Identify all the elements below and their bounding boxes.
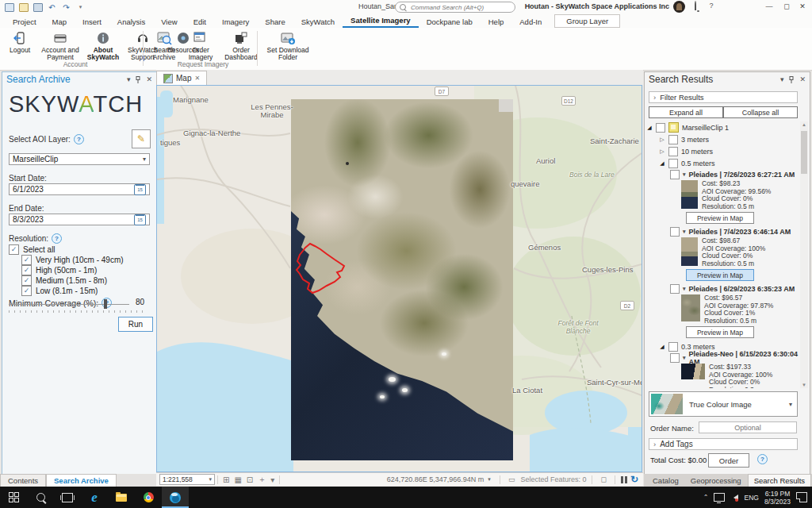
language-indicator[interactable]: ENG (744, 494, 758, 502)
coverage-slider-handle[interactable] (104, 299, 107, 309)
tab-edit[interactable]: Edit (186, 16, 214, 28)
checkbox-icon[interactable]: ✓ (21, 265, 32, 275)
snapping-tool-icon[interactable]: ⊡ (247, 475, 253, 484)
checkbox-very-high[interactable]: ✓ Very High (10cm - 49cm) (21, 255, 124, 265)
save-project-icon[interactable] (33, 2, 43, 13)
chrome-button[interactable] (135, 487, 162, 508)
tab-contents[interactable]: Contents (0, 474, 46, 487)
expanded-icon[interactable]: ◢ (646, 125, 653, 131)
result-thumbnail[interactable] (681, 294, 700, 321)
checkbox-icon[interactable] (668, 135, 678, 144)
checkbox-icon[interactable] (670, 353, 680, 363)
scrollbar-thumb[interactable] (801, 131, 807, 174)
checkbox-icon[interactable] (670, 170, 680, 179)
checkbox-icon[interactable] (656, 123, 665, 133)
result-item-header[interactable]: ▾ Pleiades | 7/4/2023 6:46:14 AM (670, 226, 799, 237)
tab-catalog[interactable]: Catalog (647, 475, 684, 487)
tab-project[interactable]: Project (5, 16, 44, 28)
map-view-tab[interactable]: Map ✕ (156, 71, 207, 85)
search-archive-button[interactable]: Search Archive (147, 30, 181, 61)
tree-group-10m[interactable]: ▷ 10 meters (659, 145, 799, 157)
calendar-icon[interactable]: 15 (134, 184, 146, 195)
scroll-down-icon[interactable]: ▼ (800, 383, 808, 387)
checkbox-high[interactable]: ✓ High (50cm - 1m) (21, 265, 97, 275)
network-display-icon[interactable] (714, 493, 725, 502)
tab-imagery[interactable]: Imagery (214, 16, 257, 28)
tab-satellite-imagery[interactable]: Satellite Imagery (343, 14, 419, 28)
result-item-header[interactable]: ▾ Pleiades | 7/26/2023 6:27:21 AM (670, 169, 799, 179)
checkbox-icon[interactable] (668, 159, 678, 168)
tab-skywatch[interactable]: SkyWatch (293, 16, 343, 28)
expand-all-button[interactable]: Expand all (649, 106, 723, 118)
preview-in-map-button[interactable]: Preview in Map (686, 326, 754, 338)
about-skywatch-button[interactable]: About SkyWatch (86, 30, 121, 61)
undo-icon[interactable]: ↶ (47, 2, 57, 13)
pin-icon[interactable] (135, 76, 141, 83)
tab-map[interactable]: Map (44, 16, 75, 28)
tab-view[interactable]: View (153, 16, 185, 28)
action-center-icon[interactable] (796, 492, 807, 502)
preview-in-map-button[interactable]: Preview in Map (686, 212, 754, 224)
result-item-header[interactable]: ▾ Pleiades-Neo | 6/15/2023 6:30:04 AM (670, 352, 799, 363)
order-help-icon[interactable]: ? (757, 454, 768, 464)
taskbar-clock[interactable]: 6:19 PM 8/3/2023 (764, 490, 791, 506)
arcgis-pro-button[interactable] (162, 487, 189, 508)
task-view-button[interactable] (54, 487, 81, 508)
account-payment-button[interactable]: Account and Payment (38, 30, 82, 61)
speaker-muted-icon[interactable] (730, 495, 738, 501)
tab-add-in[interactable]: Add-In (511, 16, 550, 28)
chevron-down-icon[interactable]: ▾ (683, 355, 686, 361)
end-date-field[interactable]: 8/3/2023 15 (9, 214, 150, 225)
set-download-folder-button[interactable]: Set Download Folder (265, 30, 311, 61)
tab-insert[interactable]: Insert (75, 16, 109, 28)
result-thumbnail[interactable] (681, 364, 705, 379)
internet-explorer-button[interactable]: e (81, 487, 108, 508)
tab-help[interactable]: Help (481, 16, 512, 28)
checkbox-icon[interactable]: ✓ (21, 255, 32, 265)
aoi-help-icon[interactable]: ? (74, 134, 84, 144)
pane-menu-icon[interactable]: ▾ (127, 75, 131, 83)
checkbox-icon[interactable] (670, 284, 680, 294)
crosshair-tool-icon[interactable]: ＋ (258, 474, 266, 485)
logout-button[interactable]: Logout (5, 30, 35, 54)
calendar-icon[interactable]: 15 (134, 214, 146, 225)
checkbox-low[interactable]: ✓ Low (8.1m - 15m) (21, 286, 98, 296)
tab-geoprocessing[interactable]: Geoprocessing (685, 475, 747, 487)
open-project-icon[interactable] (18, 2, 29, 13)
pause-drawing-icon[interactable] (621, 476, 627, 483)
selection-icon[interactable]: ▭ (508, 475, 515, 483)
customize-qat-icon[interactable]: ▾ (75, 2, 86, 13)
chevron-down-icon[interactable]: ▾ (683, 171, 686, 178)
tree-group-05m[interactable]: ◢ 0.5 meters (659, 157, 799, 169)
tab-share[interactable]: Share (257, 16, 293, 28)
chevron-down-icon[interactable]: ▾ (683, 286, 686, 292)
aoi-layer-select[interactable]: MarseilleClip ▾ (9, 153, 150, 165)
order-dashboard-button[interactable]: Order Dashboard (220, 30, 262, 61)
checkbox-icon[interactable] (668, 342, 678, 352)
close-button[interactable]: ✕ (795, 0, 810, 13)
restore-button[interactable]: ◻ (779, 0, 795, 13)
checkbox-icon[interactable]: ✓ (9, 244, 19, 255)
result-thumbnail[interactable] (681, 180, 698, 209)
notifications-bell-icon[interactable] (690, 2, 701, 10)
start-date-field[interactable]: 6/1/2023 15 (9, 183, 150, 195)
redo-icon[interactable]: ↷ (61, 2, 71, 13)
tab-dockpane-lab[interactable]: Dockpane lab (419, 16, 481, 28)
checkbox-icon[interactable]: ✓ (21, 275, 32, 286)
tab-group-layer-contextual[interactable]: Group Layer (554, 14, 620, 28)
coverage-slider-track[interactable] (9, 304, 129, 305)
order-imagery-button[interactable]: Order Imagery (184, 30, 217, 61)
pane-close-icon[interactable]: ✕ (146, 75, 152, 83)
filter-results-expander[interactable]: › Filter Results (649, 91, 798, 103)
map-tab-close-icon[interactable]: ✕ (194, 75, 200, 82)
add-tags-expander[interactable]: › Add Tags (649, 438, 798, 450)
checkbox-select-all[interactable]: ✓ Select all (9, 244, 56, 255)
collapsed-icon[interactable]: ▷ (659, 148, 665, 155)
new-project-icon[interactable] (4, 2, 14, 13)
pane-menu-icon[interactable]: ▾ (780, 75, 784, 83)
edit-aoi-button[interactable]: ✎ (132, 129, 151, 148)
order-name-input[interactable] (699, 421, 797, 433)
collapse-all-button[interactable]: Collapse all (723, 106, 798, 118)
pin-icon[interactable] (788, 76, 795, 83)
start-button[interactable] (0, 487, 27, 508)
